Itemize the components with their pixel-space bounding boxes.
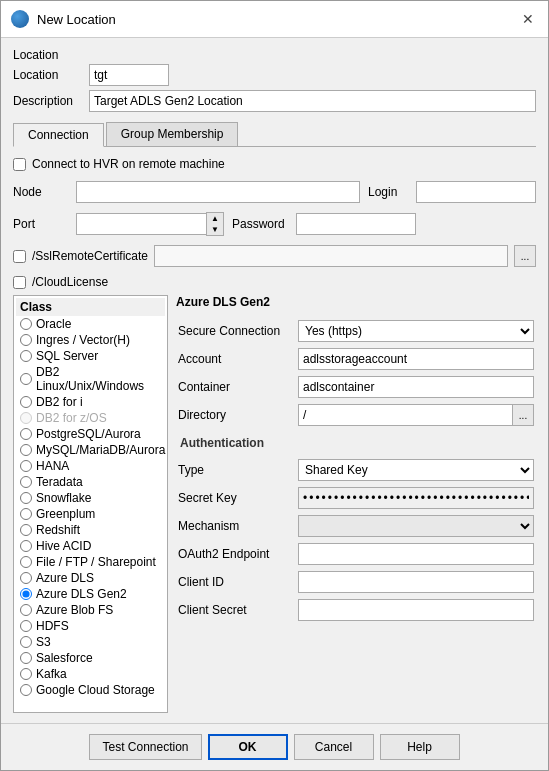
login-input[interactable] <box>416 181 536 203</box>
client-id-row: Client ID <box>176 568 536 596</box>
oauth2-endpoint-row: OAuth2 Endpoint <box>176 540 536 568</box>
class-label-mysql: MySQL/MariaDB/Aurora <box>36 443 165 457</box>
class-radio-ingres[interactable] <box>20 334 32 346</box>
tab-group-membership[interactable]: Group Membership <box>106 122 239 146</box>
secret-key-label: Secret Key <box>176 484 296 512</box>
class-item-file[interactable]: File / FTP / Sharepoint <box>16 554 165 570</box>
class-radio-teradata[interactable] <box>20 476 32 488</box>
class-radio-kafka[interactable] <box>20 668 32 680</box>
class-item-s3[interactable]: S3 <box>16 634 165 650</box>
class-item-sqlserver[interactable]: SQL Server <box>16 348 165 364</box>
close-button[interactable]: ✕ <box>518 9 538 29</box>
class-radio-mysql[interactable] <box>20 444 32 456</box>
class-label-salesforce: Salesforce <box>36 651 93 665</box>
description-label: Description <box>13 94 83 108</box>
class-radio-db2luw[interactable] <box>20 373 32 385</box>
location-label: Location <box>13 68 83 82</box>
directory-input[interactable] <box>298 404 512 426</box>
oauth2-endpoint-input[interactable] <box>298 543 534 565</box>
class-item-greenplum[interactable]: Greenplum <box>16 506 165 522</box>
class-radio-s3[interactable] <box>20 636 32 648</box>
class-label-hdfs: HDFS <box>36 619 69 633</box>
class-item-azureblobfs[interactable]: Azure Blob FS <box>16 602 165 618</box>
client-secret-label: Client Secret <box>176 596 296 624</box>
class-radio-postgresql[interactable] <box>20 428 32 440</box>
ssl-input[interactable] <box>154 245 508 267</box>
client-secret-input[interactable] <box>298 599 534 621</box>
class-radio-hiveacid[interactable] <box>20 540 32 552</box>
class-label-greenplum: Greenplum <box>36 507 95 521</box>
port-label: Port <box>13 217 68 231</box>
container-input[interactable] <box>298 376 534 398</box>
port-password-row: Port ▲ ▼ Password <box>13 212 536 236</box>
class-item-hana[interactable]: HANA <box>16 458 165 474</box>
port-input[interactable] <box>76 213 206 235</box>
help-button[interactable]: Help <box>380 734 460 760</box>
class-label-azureblobfs: Azure Blob FS <box>36 603 113 617</box>
class-radio-greenplum[interactable] <box>20 508 32 520</box>
description-input[interactable] <box>89 90 536 112</box>
cancel-button[interactable]: Cancel <box>294 734 374 760</box>
mechanism-select[interactable] <box>298 515 534 537</box>
client-secret-row: Client Secret <box>176 596 536 624</box>
class-radio-azuredls[interactable] <box>20 572 32 584</box>
config-table: Secure Connection Yes (https) No (http) … <box>176 317 536 429</box>
node-input[interactable] <box>76 181 360 203</box>
class-radio-file[interactable] <box>20 556 32 568</box>
port-decrement[interactable]: ▼ <box>207 224 223 235</box>
class-item-oracle[interactable]: Oracle <box>16 316 165 332</box>
class-item-hiveacid[interactable]: Hive ACID <box>16 538 165 554</box>
class-item-azuredls[interactable]: Azure DLS <box>16 570 165 586</box>
tab-connection[interactable]: Connection <box>13 123 104 147</box>
class-radio-azuredlsgen2[interactable] <box>20 588 32 600</box>
password-input[interactable] <box>296 213 416 235</box>
class-radio-db2zos <box>20 412 32 424</box>
test-connection-button[interactable]: Test Connection <box>89 734 201 760</box>
class-radio-snowflake[interactable] <box>20 492 32 504</box>
class-item-db2luw[interactable]: DB2 Linux/Unix/Windows <box>16 364 165 394</box>
account-input[interactable] <box>298 348 534 370</box>
class-item-ingres[interactable]: Ingres / Vector(H) <box>16 332 165 348</box>
class-item-gcs[interactable]: Google Cloud Storage <box>16 682 165 698</box>
class-item-azuredlsgen2[interactable]: Azure DLS Gen2 <box>16 586 165 602</box>
location-section: Location Location Description <box>13 48 536 116</box>
cloud-license-row: /CloudLicense <box>13 275 536 289</box>
main-area: Class Oracle Ingres / Vector(H) SQL Serv… <box>13 295 536 713</box>
connect-remote-checkbox[interactable] <box>13 158 26 171</box>
auth-type-select[interactable]: Shared Key OAuth2 Managed Identity <box>298 459 534 481</box>
ok-button[interactable]: OK <box>208 734 288 760</box>
location-section-label: Location <box>13 48 536 62</box>
port-increment[interactable]: ▲ <box>207 213 223 224</box>
class-panel: Class Oracle Ingres / Vector(H) SQL Serv… <box>13 295 168 713</box>
class-item-salesforce[interactable]: Salesforce <box>16 650 165 666</box>
ssl-browse-button[interactable]: ... <box>514 245 536 267</box>
class-radio-redshift[interactable] <box>20 524 32 536</box>
class-item-snowflake[interactable]: Snowflake <box>16 490 165 506</box>
class-item-hdfs[interactable]: HDFS <box>16 618 165 634</box>
class-radio-salesforce[interactable] <box>20 652 32 664</box>
class-item-teradata[interactable]: Teradata <box>16 474 165 490</box>
secure-connection-select[interactable]: Yes (https) No (http) <box>298 320 534 342</box>
location-input[interactable] <box>89 64 169 86</box>
class-radio-azureblobfs[interactable] <box>20 604 32 616</box>
class-radio-hdfs[interactable] <box>20 620 32 632</box>
class-label-hiveacid: Hive ACID <box>36 539 91 553</box>
directory-input-row: ... <box>298 404 534 426</box>
cloud-license-checkbox[interactable] <box>13 276 26 289</box>
class-radio-oracle[interactable] <box>20 318 32 330</box>
dialog-content: Location Location Description Connection… <box>1 38 548 723</box>
class-item-mysql[interactable]: MySQL/MariaDB/Aurora <box>16 442 165 458</box>
class-radio-db2i[interactable] <box>20 396 32 408</box>
secret-key-input[interactable] <box>298 487 534 509</box>
class-item-redshift[interactable]: Redshift <box>16 522 165 538</box>
class-item-db2i[interactable]: DB2 for i <box>16 394 165 410</box>
class-radio-gcs[interactable] <box>20 684 32 696</box>
class-item-postgresql[interactable]: PostgreSQL/Aurora <box>16 426 165 442</box>
class-radio-hana[interactable] <box>20 460 32 472</box>
client-id-input[interactable] <box>298 571 534 593</box>
class-item-kafka[interactable]: Kafka <box>16 666 165 682</box>
password-label: Password <box>232 217 288 231</box>
class-radio-sqlserver[interactable] <box>20 350 32 362</box>
directory-browse-button[interactable]: ... <box>512 404 534 426</box>
ssl-checkbox[interactable] <box>13 250 26 263</box>
